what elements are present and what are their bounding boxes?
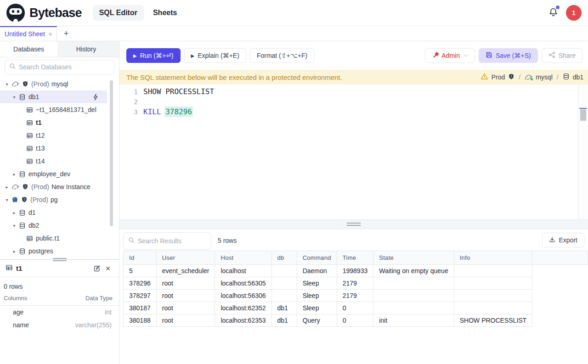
datatype-header: Data Type [85,295,113,302]
caret-right-icon[interactable]: ▸ [4,185,10,190]
table-detail-panel: t1 × 0 rows Columns Data Type ageintname… [0,259,119,364]
column-header-db[interactable]: db [271,251,297,265]
results-resize-handle[interactable] [347,223,361,226]
code-area: 1SHOW PROCESSLIST23KILL 378296 [119,84,588,117]
share-icon [548,51,555,60]
caret-down-icon[interactable]: ▾ [11,223,17,228]
column-name: name [13,321,29,329]
results-table: IdUserHostdbCommandTimeStateInfo 5event_… [123,251,588,327]
database-icon [19,94,26,101]
database-search-input[interactable] [19,63,110,71]
breadcrumb-database[interactable]: db1 [573,73,583,81]
tree-scrollbar[interactable] [110,80,113,226]
caret-down-icon[interactable]: ▾ [11,95,17,100]
tab-history[interactable]: History [57,41,115,57]
tab-databases[interactable]: Databases [0,41,57,57]
tree-item-pg[interactable]: ▾(Prod)pg [0,193,107,206]
column-header-id[interactable]: Id [124,251,157,265]
column-header-command[interactable]: Command [297,251,337,265]
tree-item-label: t1 [36,119,41,126]
line-number: 1 [119,87,138,97]
caret-down-icon[interactable]: ▾ [4,82,10,87]
user-avatar[interactable]: 1 [566,5,582,21]
table-icon [26,145,33,152]
database-icon [19,209,26,216]
caret-down-icon[interactable]: ▾ [4,197,10,202]
notification-bell-icon[interactable] [548,7,559,19]
breadcrumb-environment[interactable]: Prod [492,73,505,81]
code-text: SHOW PROCESSLIST [143,87,214,97]
column-header-state[interactable]: State [373,251,454,265]
share-button[interactable]: Share [542,48,582,63]
run-button[interactable]: ▶ Run (⌘+⏎) [126,48,181,63]
tree-item-d1[interactable]: ▸d1 [0,206,107,219]
table-row[interactable]: 380188rootlocalhost:62353db1Query0initSH… [124,314,588,327]
mysql-engine-icon [11,81,19,87]
tree-item-public-t1[interactable]: public.t1 [0,232,107,245]
format-button[interactable]: Format (⇧+⌥+F) [250,48,314,63]
sidebar-tabs: Databases History [0,41,119,57]
admin-mode-button[interactable]: Admin [425,48,475,63]
edit-table-icon[interactable] [91,263,102,274]
table-row[interactable]: 378296rootlocalhost:56305Sleep2179 [124,277,588,290]
editor-scrollbar-thumb[interactable] [580,109,586,121]
database-tree: ▾(Prod)mysql▾db1~t1_1658481371_delt1t12t… [0,77,119,259]
tree-item-label: employee_dev [28,170,70,178]
results-search [123,232,211,250]
panel-resize-handle[interactable] [53,258,67,261]
tree-item-t12[interactable]: t12 [0,129,107,142]
main-area: ▶ Run (⌘+⏎) ▶ Explain (⌘+E) Format (⇧+⌥+… [119,41,588,364]
caret-right-icon[interactable]: ▸ [11,210,17,215]
mysql-engine-icon [525,74,532,80]
lightning-icon[interactable] [93,94,99,101]
table-row[interactable]: 378297rootlocalhost:56306Sleep2179 [124,290,588,302]
breadcrumb-instance[interactable]: mysql [536,73,553,81]
table-cell [373,290,454,302]
line-number: 3 [119,107,138,117]
column-header-time[interactable]: Time [337,251,373,265]
tree-item-t14[interactable]: t14 [0,155,107,168]
tree-item-label: pg [51,196,58,203]
table-cell: root [156,277,215,290]
chevron-down-icon [464,54,468,57]
column-header-host[interactable]: Host [215,251,271,265]
tree-item-postgres[interactable]: ▸postgres [0,245,107,258]
save-button[interactable]: Save (⌘+S) [479,48,538,63]
tree-item-new-instance[interactable]: ▸(Prod)New Instance [0,180,107,193]
tree-item--t1-1658481371-del[interactable]: ~t1_1658481371_del [0,103,107,116]
table-cell-filler [532,314,588,327]
protected-environment-banner: The SQL statement below will be executed… [119,70,588,84]
column-header-filler [532,251,588,265]
editor-toolbar: ▶ Run (⌘+⏎) ▶ Explain (⌘+E) Format (⇧+⌥+… [119,41,588,70]
table-row[interactable]: 380187rootlocalhost:62352db1Sleep0 [124,302,588,314]
tree-item-employee-dev[interactable]: ▸employee_dev [0,168,107,180]
tree-item-label: mysql [51,80,68,88]
column-row-name: namevarchar(255) [0,319,119,331]
close-icon[interactable]: × [102,263,113,274]
tab-untitled-sheet[interactable]: Untitled Sheet [0,26,57,41]
sql-editor[interactable]: 1SHOW PROCESSLIST23KILL 378296 [119,84,588,219]
table-cell-filler [532,277,588,290]
table-cell: Sleep [297,277,337,290]
explain-button[interactable]: ▶ Explain (⌘+E) [184,48,246,63]
new-sheet-button[interactable]: + [57,26,75,41]
table-icon [26,235,33,242]
table-cell: 2179 [337,290,373,302]
table-cell: Waiting on empty queue [373,265,454,277]
table-cell: localhost [215,265,271,277]
caret-right-icon[interactable]: ▸ [11,172,17,177]
tree-item-db2[interactable]: ▾db2 [0,219,107,232]
tree-item-db1[interactable]: ▾db1 [0,90,107,103]
column-header-info[interactable]: Info [454,251,532,265]
tree-item-t1[interactable]: t1 [0,116,107,129]
nav-sql-editor[interactable]: SQL Editor [93,5,144,21]
column-header-user[interactable]: User [156,251,215,265]
tree-item-mysql[interactable]: ▾(Prod)mysql [0,78,107,90]
results-search-input[interactable] [138,237,206,245]
play-icon: ▶ [191,53,195,58]
tree-item-t13[interactable]: t13 [0,142,107,155]
export-button[interactable]: Export [542,233,584,247]
caret-right-icon[interactable]: ▸ [11,249,17,254]
nav-sheets[interactable]: Sheets [147,5,183,21]
table-row[interactable]: 5event_schedulerlocalhostDaemon1998933Wa… [124,265,588,277]
